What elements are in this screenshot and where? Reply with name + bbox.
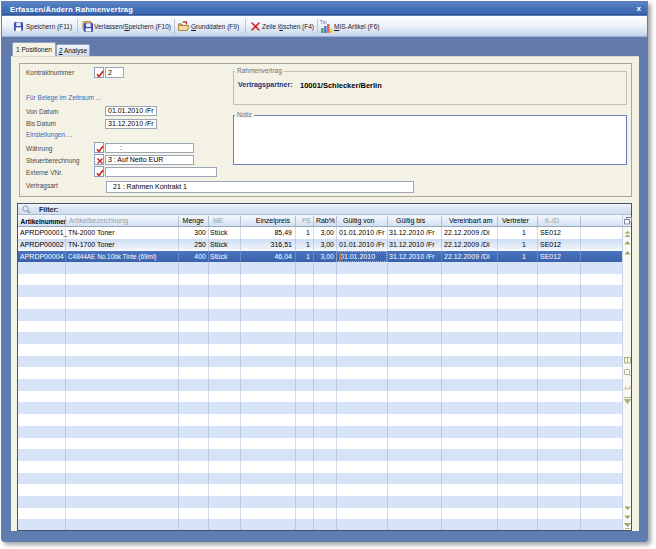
svg-text:AA: AA (624, 385, 632, 391)
svg-text:Tm: Tm (320, 20, 327, 25)
